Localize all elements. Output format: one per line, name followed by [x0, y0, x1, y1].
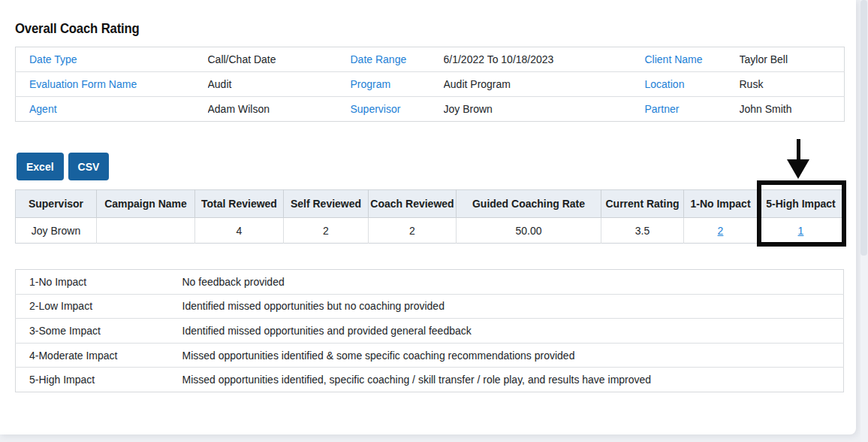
cell-coach-reviewed: 2 — [369, 218, 457, 244]
cell-self-reviewed: 2 — [284, 218, 369, 244]
legend-label: 2-Low Impact — [16, 294, 182, 319]
filter-row: Date Type Call/Chat Date Date Range 6/1/… — [16, 47, 845, 72]
filter-value-supervisor: Joy Brown — [444, 97, 631, 122]
csv-export-button[interactable]: CSV — [68, 153, 110, 180]
impact-legend-table: 1-No Impact No feedback provided 2-Low I… — [15, 269, 844, 392]
legend-label: 5-High Impact — [16, 368, 182, 392]
column-header-coach-reviewed: Coach Reviewed — [369, 190, 457, 218]
legend-description: Identified missed opportunities and prov… — [182, 319, 844, 344]
scrollbar-track[interactable] — [860, 0, 868, 442]
filter-label-supervisor[interactable]: Supervisor — [337, 97, 444, 122]
excel-export-button[interactable]: Excel — [17, 153, 64, 180]
legend-description: Missed opportunities identified, specifi… — [182, 368, 844, 392]
legend-row: 1-No Impact No feedback provided — [16, 270, 844, 295]
filter-label-partner[interactable]: Partner — [631, 97, 740, 122]
filter-value-date-type: Call/Chat Date — [208, 47, 337, 72]
filter-label-location[interactable]: Location — [631, 72, 740, 97]
cell-5-high-impact: 1 — [758, 218, 845, 244]
filter-label-date-type[interactable]: Date Type — [16, 47, 208, 72]
page-title: Overall Coach Rating — [15, 20, 140, 37]
filter-summary-table: Date Type Call/Chat Date Date Range 6/1/… — [15, 47, 845, 122]
filter-value-date-range: 6/1/2022 To 10/18/2023 — [444, 47, 631, 72]
column-header-supervisor: Supervisor — [16, 190, 97, 218]
legend-label: 3-Some Impact — [16, 319, 182, 344]
legend-row: 2-Low Impact Identified missed opportuni… — [16, 294, 844, 319]
filter-value-location: Rusk — [740, 72, 845, 97]
results-data-row: Joy Brown 4 2 2 50.00 3.5 2 1 — [16, 218, 845, 244]
filter-value-evaluation-form-name: Audit — [208, 72, 337, 97]
filter-value-program: Audit Program — [444, 72, 631, 97]
down-arrow-annotation-head — [787, 159, 809, 179]
filter-label-client-name[interactable]: Client Name — [631, 47, 740, 72]
column-header-1-no-impact: 1-No Impact — [684, 190, 758, 218]
filter-value-partner: John Smith — [740, 97, 845, 122]
filter-label-agent[interactable]: Agent — [16, 97, 208, 122]
column-header-5-high-impact: 5-High Impact — [758, 190, 845, 218]
filter-label-program[interactable]: Program — [337, 72, 444, 97]
legend-row: 4-Moderate Impact Missed opportunities i… — [16, 343, 844, 368]
legend-label: 4-Moderate Impact — [16, 343, 182, 368]
legend-row: 5-High Impact Missed opportunities ident… — [16, 368, 844, 392]
export-button-bar: Excel CSV — [17, 153, 109, 180]
cell-current-rating: 3.5 — [601, 218, 684, 244]
cell-1-no-impact: 2 — [684, 218, 758, 244]
legend-description: Identified missed opportunities but no c… — [182, 294, 844, 319]
scrollbar-thumb[interactable] — [860, 0, 867, 256]
cell-supervisor: Joy Brown — [16, 218, 97, 244]
column-header-guided-coaching-rate: Guided Coaching Rate — [457, 190, 601, 218]
legend-description: No feedback provided — [182, 270, 844, 295]
filter-value-client-name: Taylor Bell — [740, 47, 845, 72]
legend-row: 3-Some Impact Identified missed opportun… — [16, 319, 844, 344]
legend-label: 1-No Impact — [16, 270, 182, 295]
column-header-self-reviewed: Self Reviewed — [284, 190, 369, 218]
column-header-campaign-name: Campaign Name — [97, 190, 195, 218]
no-impact-count-link[interactable]: 2 — [718, 225, 724, 237]
column-header-total-reviewed: Total Reviewed — [195, 190, 284, 218]
filter-label-evaluation-form-name[interactable]: Evaluation Form Name — [16, 72, 208, 97]
filter-row: Evaluation Form Name Audit Program Audit… — [16, 72, 845, 97]
legend-description: Missed opportunities identified & some s… — [182, 343, 844, 368]
cell-total-reviewed: 4 — [195, 218, 284, 244]
cell-guided-coaching-rate: 50.00 — [457, 218, 601, 244]
results-header-row: Supervisor Campaign Name Total Reviewed … — [16, 190, 845, 218]
high-impact-count-link[interactable]: 1 — [798, 225, 804, 237]
column-header-current-rating: Current Rating — [601, 190, 684, 218]
coach-rating-results-table: Supervisor Campaign Name Total Reviewed … — [15, 189, 845, 244]
down-arrow-annotation-shaft — [797, 139, 800, 160]
report-page: Overall Coach Rating Date Type Call/Chat… — [0, 0, 856, 434]
filter-row: Agent Adam Wilson Supervisor Joy Brown P… — [16, 97, 845, 122]
filter-value-agent: Adam Wilson — [208, 97, 337, 122]
filter-label-date-range[interactable]: Date Range — [337, 47, 444, 72]
cell-campaign-name — [97, 218, 195, 244]
